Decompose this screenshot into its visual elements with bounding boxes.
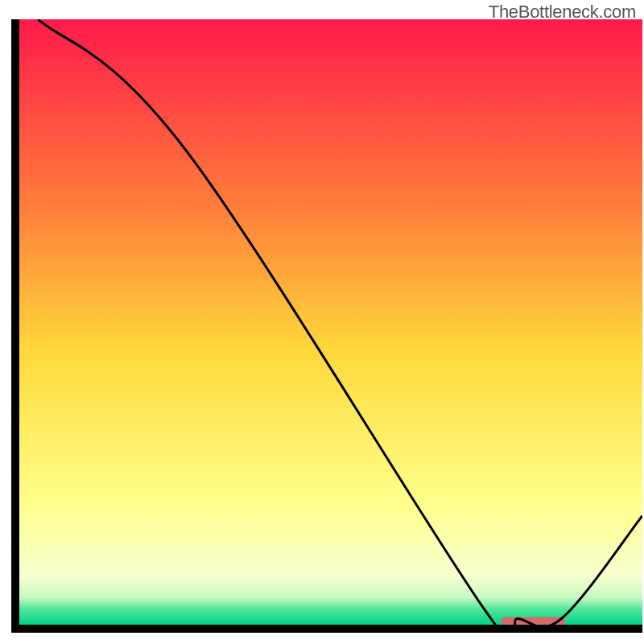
gradient-background <box>19 19 642 625</box>
bottleneck-chart: TheBottleneck.com <box>0 0 644 644</box>
chart-svg <box>0 0 644 644</box>
watermark-label: TheBottleneck.com <box>489 2 636 23</box>
